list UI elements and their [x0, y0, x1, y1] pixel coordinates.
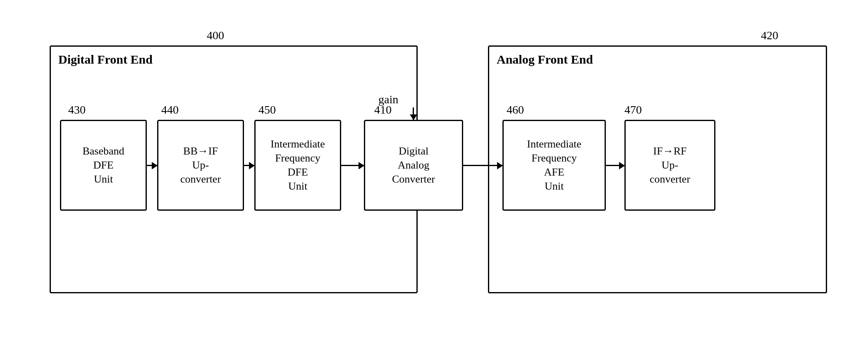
ref-450: 450 [258, 103, 276, 116]
baseband-dfe-block: BasebandDFEUnit [60, 120, 147, 211]
if-afe-block: IntermediateFrequencyAFEUnit [502, 120, 606, 211]
ref-440: 440 [161, 103, 179, 116]
arrow-bbif-to-ifdfe [244, 165, 254, 166]
ref-460: 460 [507, 103, 524, 116]
arrow-baseband-to-bbif [147, 165, 157, 166]
if-dfe-block: IntermediateFrequencyDFEUnit [254, 120, 341, 211]
arrow-dac-to-ifafe [463, 165, 502, 166]
if-rf-block: IF→RFUp-converter [624, 120, 715, 211]
ref-470: 470 [624, 103, 642, 116]
dfe-box-label: Digital Front End [58, 52, 153, 67]
arrow-ifafe-to-ifrf [606, 165, 624, 166]
afe-box-label: Analog Front End [497, 52, 593, 67]
arrow-gain-down [413, 107, 414, 120]
dfe-ref-num: 400 [207, 29, 224, 42]
afe-ref-num: 420 [761, 29, 778, 42]
ref-410: 410 [374, 103, 392, 116]
ref-430: 430 [68, 103, 86, 116]
diagram-container: 400 420 Digital Front End Analog Front E… [25, 21, 844, 335]
dac-block: DigitalAnalogConverter [364, 120, 463, 211]
bb-if-block: BB→IFUp-converter [157, 120, 244, 211]
arrow-ifdfe-to-dac [341, 165, 364, 166]
